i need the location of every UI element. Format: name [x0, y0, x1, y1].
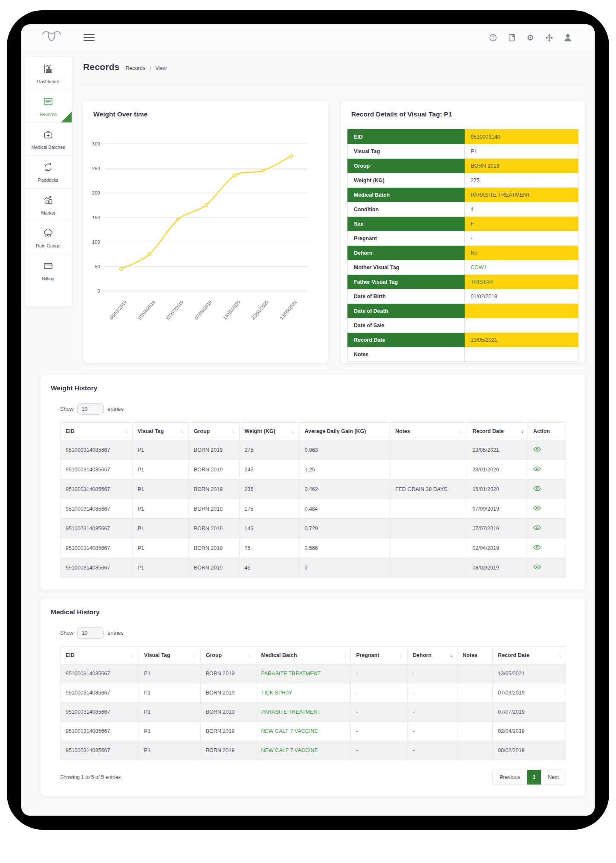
show-label: Show	[60, 406, 73, 412]
current-page-button[interactable]: 1	[527, 770, 541, 785]
gear-icon[interactable]: ⚙	[526, 33, 535, 42]
detail-value-link[interactable]: COW1	[471, 264, 487, 270]
entries-label: entries	[107, 630, 124, 636]
view-record-eye-icon[interactable]	[533, 466, 541, 471]
cell-notes	[457, 741, 493, 760]
column-label: Notes	[463, 652, 477, 658]
column-header-pregnant[interactable]: Pregnant↑↓	[351, 647, 408, 664]
cell-dehorn: -	[408, 741, 457, 760]
previous-page-button[interactable]: Previous	[493, 770, 527, 785]
cell-visual-tag: P1	[132, 538, 188, 558]
cell-group: BORN 2019	[200, 722, 256, 741]
column-header-eid[interactable]: EID↑↓	[61, 423, 133, 440]
view-record-eye-icon[interactable]	[533, 525, 541, 530]
weight-entries-input[interactable]	[77, 403, 104, 415]
journal-icon[interactable]	[507, 33, 516, 42]
column-header-dehorn[interactable]: Dehorn↑↓	[408, 647, 457, 664]
view-record-eye-icon[interactable]	[533, 486, 541, 491]
cell-notes	[390, 499, 467, 519]
cell-visual-tag: P1	[139, 664, 200, 683]
svg-text:08/02/2019: 08/02/2019	[109, 299, 128, 321]
cell-dehorn: -	[408, 703, 457, 722]
cell-weight-kg: 245	[239, 460, 299, 479]
user-avatar-icon[interactable]	[563, 33, 573, 42]
cell-record-date: 08/02/2019	[493, 741, 566, 760]
view-record-eye-icon[interactable]	[533, 545, 541, 550]
column-header-notes: Notes	[457, 647, 493, 664]
detail-value: No	[465, 246, 578, 260]
next-page-button[interactable]: Next	[541, 770, 566, 785]
column-header-visual-tag[interactable]: Visual Tag↑↓	[139, 647, 200, 664]
detail-value-link[interactable]: TRISTAR	[471, 279, 493, 285]
medical-entries-input[interactable]	[77, 627, 104, 639]
cell-average-daily-gain-kg: 0.566	[299, 538, 390, 558]
cell-group: BORN 2019	[200, 683, 256, 703]
move-icon[interactable]	[544, 33, 554, 42]
sidebar-item-rain-gauge[interactable]: Rain Gauge	[25, 221, 72, 254]
cell-action	[528, 558, 566, 578]
cell-pregnant: -	[351, 703, 408, 722]
menu-toggle-button[interactable]	[84, 32, 95, 43]
cell-record-date: 13/05/2021	[493, 664, 566, 683]
weight-history-card: Weight History Show entries EID↑↓Visual …	[40, 375, 585, 590]
detail-row-date-of-sale: Date of Sale	[348, 318, 578, 333]
cell-eid: 951000314085667	[61, 741, 139, 760]
column-header-medical-batch[interactable]: Medical Batch↑↓	[256, 647, 351, 664]
cell-notes	[390, 538, 467, 558]
medical-table-footer: Showing 1 to 5 of 5 entries Previous 1 N…	[60, 770, 566, 785]
sidebar-item-billing[interactable]: Billing	[25, 254, 72, 287]
cell-group: BORN 2019	[188, 519, 239, 538]
rain-gauge-icon	[43, 227, 54, 240]
cell-record-date: 07/09/2019	[493, 683, 566, 703]
sidebar-item-market[interactable]: Market	[25, 189, 72, 221]
svg-text:300: 300	[92, 141, 100, 146]
cell-group: BORN 2019	[200, 741, 256, 760]
detail-label: Dehorn	[348, 246, 465, 260]
cell-notes	[390, 558, 467, 578]
medical-batch-link[interactable]: PARASITE TREATMENT	[261, 709, 321, 715]
column-header-notes[interactable]: Notes↑↓	[390, 423, 467, 440]
column-header-eid[interactable]: EID↑↓	[61, 647, 139, 664]
breadcrumb-section[interactable]: Records	[125, 65, 145, 71]
sidebar-item-records[interactable]: Records	[25, 90, 72, 123]
cell-action	[528, 479, 566, 499]
sort-arrows-icon: ↑↓	[248, 653, 251, 658]
detail-value: PARASITE TREATMENT	[465, 188, 578, 202]
column-header-group[interactable]: Group↑↓	[188, 423, 239, 440]
cell-group: BORN 2019	[188, 538, 239, 558]
sidebar-item-paddocks[interactable]: Paddocks	[25, 156, 72, 189]
medical-batch-link[interactable]: TICK SPRAY	[261, 690, 292, 696]
record-details-card: Record Details of Visual Tag: P1 EID9510…	[341, 101, 585, 363]
breadcrumb-view[interactable]: View	[155, 65, 167, 71]
sidebar-item-label: Dashboard	[37, 79, 60, 84]
table-header-row: EID↑↓Visual Tag↑↓Group↑↓Weight (KG)↑↓Ave…	[61, 423, 566, 440]
cell-group: BORN 2019	[200, 664, 256, 683]
medical-batch-link[interactable]: NEW CALF 7 VACCINE	[261, 728, 318, 734]
column-header-record-date[interactable]: Record Date↑↓	[493, 647, 566, 664]
sidebar-item-label: Market	[41, 210, 55, 215]
medical-batch-link[interactable]: PARASITE TREATMENT	[261, 671, 321, 677]
column-header-group[interactable]: Group↑↓	[200, 647, 256, 664]
view-record-eye-icon[interactable]	[533, 564, 541, 570]
cell-eid: 951000314085667	[61, 703, 139, 722]
cell-weight-kg: 45	[239, 558, 299, 578]
view-record-eye-icon[interactable]	[533, 506, 541, 511]
column-header-average-daily-gain-kg: Average Daily Gain (KG)	[299, 423, 390, 440]
cell-visual-tag: P1	[139, 722, 200, 741]
cell-pregnant: -	[351, 741, 408, 760]
sidebar-item-dashboard[interactable]: Dashboard	[25, 57, 72, 90]
view-record-eye-icon[interactable]	[533, 447, 541, 452]
detail-value: 01/02/2019	[465, 289, 578, 304]
column-header-weight-kg[interactable]: Weight (KG)↑↓	[239, 423, 299, 440]
sidebar-item-medical-batches[interactable]: Medical Batches	[25, 123, 72, 156]
info-icon[interactable]	[488, 33, 497, 42]
sort-arrows-icon: ↑↓	[291, 429, 294, 434]
column-header-visual-tag[interactable]: Visual Tag↑↓	[132, 423, 188, 440]
detail-value: 275	[465, 173, 578, 188]
column-header-record-date[interactable]: Record Date↑↓	[467, 423, 528, 440]
detail-row-eid: EID9510003140	[348, 130, 578, 144]
paddocks-icon	[43, 162, 54, 174]
medical-batch-link[interactable]: NEW CALF 7 VACCINE	[261, 747, 318, 753]
cell-visual-tag: P1	[132, 519, 188, 538]
svg-text:15/01/2020: 15/01/2020	[222, 299, 241, 321]
